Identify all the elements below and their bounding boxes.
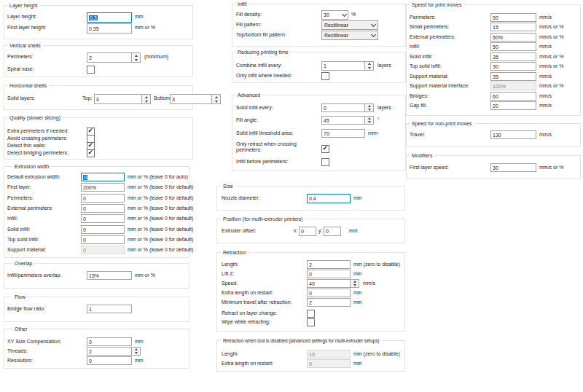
row-external-perimeters: External perimeters:50%mm/s or %	[407, 33, 580, 43]
minimum-travel-after-retraction-input[interactable]: 2	[307, 298, 351, 307]
bottom-layers-input[interactable]: 3	[170, 94, 212, 104]
spinner-down-button[interactable]	[132, 351, 140, 355]
speed-input[interactable]: 40	[307, 279, 351, 288]
fill-pattern-dropdown[interactable]: Rectilinear	[321, 20, 378, 30]
field-label: Perimeters:	[7, 195, 34, 200]
extra-length-on-restart-input[interactable]: 0	[307, 359, 351, 368]
first-layer-input[interactable]: 200%	[81, 183, 125, 192]
fill-angle-input[interactable]: 45	[321, 116, 365, 125]
length-input[interactable]: 2	[307, 260, 351, 269]
field-unit: (minimum)	[144, 54, 168, 59]
section-other: OtherXY Size Compensation:0mmThreads:2Re…	[4, 329, 189, 369]
top-layers-input[interactable]: 4	[94, 94, 142, 104]
field-label: First layer:	[7, 184, 31, 189]
field-value: 60	[493, 94, 498, 99]
field-unit: mm/s or %	[539, 83, 563, 88]
field-label: Solid infill:	[7, 227, 31, 232]
field-value: 130	[493, 133, 501, 138]
first-layer-speed-input[interactable]: 30	[490, 163, 536, 172]
resolution-input[interactable]: 0	[87, 356, 132, 365]
field-label: Gap fill:	[410, 103, 427, 108]
gap-fill-input[interactable]: 20	[490, 101, 536, 110]
perimeters-input[interactable]: 0	[81, 194, 125, 203]
only-infill-where-needed-checkbox[interactable]	[321, 72, 329, 80]
spinner-down-button[interactable]	[365, 120, 373, 124]
field-value: 0	[326, 229, 329, 234]
field-unit: mm	[353, 299, 362, 305]
xy-size-compensation-input[interactable]: 0	[87, 337, 132, 346]
layer-height-input[interactable]: 0.3	[87, 12, 132, 23]
first-layer-height-input[interactable]: 0.35	[87, 23, 132, 34]
field-value: 10	[309, 352, 315, 357]
extruder-offset-y-input[interactable]: 0	[324, 227, 341, 236]
extruder-offset-x-input[interactable]: 0	[299, 227, 316, 236]
wipe-while-retracting-checkbox[interactable]	[307, 318, 315, 326]
bridge-flow-ratio-input[interactable]: 1	[87, 305, 132, 313]
field-label: Detect bridging perimeters:	[7, 150, 69, 155]
threads-input[interactable]: 2	[87, 347, 132, 356]
section-speed_print: Speed for print movesPerimeters:50mm/sSm…	[406, 4, 581, 116]
field-label: Extra length on restart:	[222, 290, 273, 295]
field-label: Support material:	[410, 74, 448, 79]
field-unit: mm/s or %	[539, 63, 563, 68]
field-unit: mm	[353, 290, 362, 295]
infill-perimeters-overlap-input[interactable]: 15%	[87, 271, 132, 280]
only-retract-when-crossing-perimeters-checkbox[interactable]	[321, 145, 329, 153]
field-value: 30	[493, 64, 498, 69]
perimeters-input[interactable]: 50	[490, 13, 536, 22]
default-extrusion-width-input[interactable]: 0	[81, 173, 125, 181]
field-label: Avoid crossing perimeters:	[7, 136, 67, 141]
small-perimeters-input[interactable]: 15	[490, 23, 536, 31]
nozzle-diameter-input[interactable]: 0.4	[307, 194, 351, 203]
row-only-retract-when-crossing-perimeters: Only retract when crossing perimeters:	[232, 142, 405, 152]
fill-density-combobox[interactable]: 30	[321, 10, 348, 20]
detect-bridging-perimeters-checkbox[interactable]	[87, 149, 95, 157]
field-label: Threads:	[7, 348, 28, 353]
field-label: Speed:	[222, 281, 238, 286]
field-label: Infill:	[410, 44, 420, 49]
support-material-input[interactable]: 35	[490, 72, 536, 81]
solid-infill-threshold-area-input[interactable]: 70	[321, 129, 365, 138]
combine-infill-every-input[interactable]: 1	[321, 61, 365, 71]
support-material-input[interactable]: 0	[81, 246, 125, 254]
bridges-input[interactable]: 60	[490, 92, 536, 101]
speed-spinner	[350, 279, 359, 288]
infill-input[interactable]: 0	[81, 214, 125, 223]
spiral-vase-checkbox[interactable]	[87, 66, 95, 74]
spinner-down-button[interactable]	[351, 283, 359, 287]
field-value: 45	[324, 118, 329, 123]
top-bottom-fill-pattern-dropdown[interactable]: Rectilinear	[321, 31, 378, 40]
solid-infill-input[interactable]: 35	[490, 52, 536, 61]
support-material-interface-input[interactable]: 100%	[490, 82, 536, 90]
solid-infill-every-input[interactable]: 0	[321, 103, 365, 112]
field-label: Bridges:	[410, 93, 429, 98]
field-label: External perimeters:	[7, 205, 53, 211]
row-external-perimeters: External perimeters:0mm or % (leave 0 fo…	[4, 204, 189, 214]
infill-input[interactable]: 50	[490, 42, 536, 51]
row-extra-length-on-restart: Extra length on restart:0mm	[217, 289, 404, 299]
extra-length-on-restart-input[interactable]: 0	[307, 289, 351, 297]
spinner-down-button[interactable]	[365, 108, 373, 111]
retract-on-layer-change-checkbox[interactable]	[307, 310, 315, 318]
solid-infill-input[interactable]: 0	[81, 225, 125, 234]
length-input[interactable]: 10	[307, 350, 351, 358]
section-title: Reducing printing time	[235, 49, 291, 55]
top-solid-infill-input[interactable]: 0	[81, 235, 125, 244]
external-perimeters-input[interactable]: 50%	[490, 33, 536, 42]
field-label: Support material:	[7, 247, 46, 252]
top-solid-infill-input[interactable]: 30	[490, 62, 536, 71]
lift-z-input[interactable]: 0	[307, 270, 351, 278]
field-unit: mm or % (leave 0 for default)	[128, 184, 193, 189]
spinner-down-button[interactable]	[365, 66, 373, 71]
field-unit: mm	[353, 361, 362, 366]
spinner-down-button[interactable]	[142, 99, 150, 103]
section-title: Extrusion width	[12, 163, 51, 170]
infill-before-perimeters-checkbox[interactable]	[321, 158, 329, 166]
spinner-down-button[interactable]	[212, 99, 220, 103]
spinner-down-button[interactable]	[132, 58, 140, 62]
section-layer_height: Layer heightLayer height:0.3mmFirst laye…	[4, 5, 193, 39]
field-value: 0	[324, 106, 326, 111]
perimeters-input[interactable]: 2	[87, 52, 132, 63]
travel-input[interactable]: 130	[490, 130, 536, 139]
external-perimeters-input[interactable]: 0	[81, 204, 125, 213]
